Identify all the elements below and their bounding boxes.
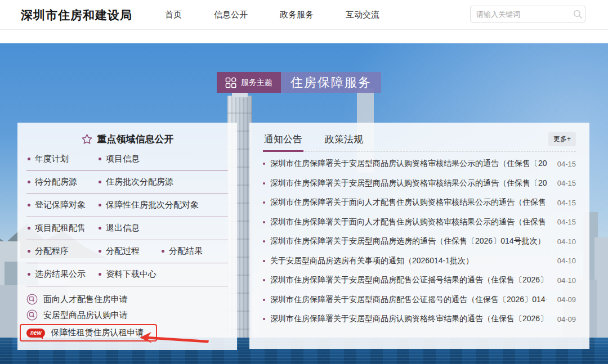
keyword-link[interactable]: 资料下载中心 xyxy=(99,269,157,280)
keyword-link[interactable]: 住房批次分配房源 xyxy=(99,177,173,187)
hero-banner: 服务主题 住房保障服务 重点领域信息公开 年度计划 项目信息 待分配房源 住房批… xyxy=(0,43,608,364)
news-title[interactable]: 深圳市住房保障署关于面向人才配售住房认购资格审核结果公示的通告（住保售〔2026… xyxy=(270,197,547,208)
news-title[interactable]: 深圳市住房保障署关于安居型商品房认购资格终审结果的通告（住保售〔2026〕014… xyxy=(270,314,547,324)
tab-notices[interactable]: 通知公告 xyxy=(263,131,303,152)
keyword-label: 资料下载中心 xyxy=(106,269,157,280)
bullet-icon xyxy=(263,299,265,301)
page: 深圳市住房和建设局 首页 信息公开 政务服务 互动交流 xyxy=(0,0,608,364)
news-date: 04-09 xyxy=(557,315,576,323)
key-info-title: 重点领域信息公开 xyxy=(97,133,174,146)
keyword-link[interactable]: 保障性住房批次分配对象 xyxy=(99,200,199,210)
bullet-icon xyxy=(99,158,101,160)
main-nav: 首页 信息公开 政务服务 互动交流 xyxy=(165,10,379,20)
news-list-item[interactable]: 深圳市住房保障署关于安居型商品房配售公证摇号的通告（住保售〔2026〕014号批… xyxy=(263,290,576,310)
bullet-icon xyxy=(263,182,265,185)
keyword-link[interactable]: 年度计划 xyxy=(28,154,96,164)
apply-link-label: 保障性租赁住房认租申请 xyxy=(51,327,144,338)
service-theme-label: 服务主题 xyxy=(241,78,272,88)
bullet-icon xyxy=(28,273,30,276)
keyword-label: 年度计划 xyxy=(35,154,69,164)
apply-link-label: 安居型商品房认购申请 xyxy=(43,310,128,321)
bullet-icon xyxy=(99,227,101,230)
keyword-label: 住房批次分配房源 xyxy=(106,177,173,187)
nav-item-home[interactable]: 首页 xyxy=(165,10,182,20)
keyword-link[interactable]: 退出信息 xyxy=(99,223,140,233)
keyword-label: 待分配房源 xyxy=(35,177,77,187)
keyword-label: 退出信息 xyxy=(106,223,140,233)
news-list-item[interactable]: 深圳市住房保障署关于安居型商品房认购资格审核结果公示的通告（住保售〔2026〕0… xyxy=(263,154,576,174)
apply-icon xyxy=(26,294,38,305)
keyword-label: 项目配租配售 xyxy=(35,223,86,233)
news-list-item[interactable]: 深圳市住房保障署关于面向人才配售住房认购资格审核结果公示的通告（住保售〔2026… xyxy=(263,193,576,213)
tab-policies[interactable]: 政策法规 xyxy=(324,131,364,152)
news-title[interactable]: 深圳市住房保障署关于面向人才配售住房认购资格审核结果公示的通告（住保售〔2026… xyxy=(270,217,547,227)
keyword-row: 分配程序 分配过程 分配结果 xyxy=(26,240,228,263)
news-title[interactable]: 深圳市住房保障署关于安居型商品房选房的通告（住保售〔2026〕014号批次） xyxy=(270,236,547,246)
nav-item-gov-services[interactable]: 政务服务 xyxy=(280,10,314,20)
keyword-label: 分配结果 xyxy=(169,246,203,257)
apply-link-affordable-housing[interactable]: 安居型商品房认购申请 xyxy=(26,307,228,323)
nav-item-interaction[interactable]: 互动交流 xyxy=(346,10,379,20)
bullet-icon xyxy=(28,227,30,230)
more-button[interactable]: 更多+ xyxy=(548,132,576,146)
keyword-label: 分配程序 xyxy=(35,246,69,257)
keyword-link[interactable]: 项目配租配售 xyxy=(28,223,96,233)
apply-link-label: 面向人才配售住房申请 xyxy=(43,294,128,305)
bullet-icon xyxy=(162,250,164,253)
news-title[interactable]: 关于安居型商品房选房有关事项的通知（2026014-1批次） xyxy=(270,256,547,266)
news-list-item[interactable]: 深圳市住房保障署关于安居型商品房认购资格审核结果公示的通告（住保售〔2026〕0… xyxy=(263,174,576,194)
bullet-icon xyxy=(99,250,101,253)
keyword-link[interactable]: 登记保障对象 xyxy=(28,200,96,210)
news-list-item[interactable]: 关于安居型商品房选房有关事项的通知（2026014-1批次）04-10 xyxy=(263,251,576,271)
news-list-item[interactable]: 深圳市住房保障署关于安居型商品房配售公证摇号结果的通告（住保售〔2026〕014… xyxy=(263,271,576,290)
search-box xyxy=(470,6,585,23)
news-list-item[interactable]: 深圳市住房保障署关于面向人才配售住房认购资格审核结果公示的通告（住保售〔2026… xyxy=(263,213,576,232)
news-list-item[interactable]: 深圳市住房保障署关于安居型商品房认购资格终审结果的通告（住保售〔2026〕014… xyxy=(263,309,576,329)
keyword-label: 分配过程 xyxy=(106,246,140,257)
news-title[interactable]: 深圳市住房保障署关于安居型商品房配售公证摇号的通告（住保售〔2026〕014号批… xyxy=(270,295,547,305)
annotation-arrow-icon xyxy=(138,331,211,349)
new-badge: new xyxy=(26,329,45,338)
bullet-icon xyxy=(28,204,30,206)
highlight-box: new 保障性租赁住房认租申请 xyxy=(20,324,157,341)
news-title[interactable]: 深圳市住房保障署关于安居型商品房认购资格审核结果公示的通告（住保售〔2026〕0… xyxy=(270,178,547,188)
search-icon[interactable] xyxy=(570,7,585,21)
site-header: 深圳市住房和建设局 首页 信息公开 政务服务 互动交流 xyxy=(0,0,608,30)
news-list-item[interactable]: 深圳市住房保障署关于安居型商品房选房的通告（住保售〔2026〕014号批次）04… xyxy=(263,232,576,251)
search-input[interactable] xyxy=(471,10,570,19)
page-title: 住房保障服务 xyxy=(281,72,381,93)
keyword-row: 项目配租配售 退出信息 xyxy=(26,217,228,240)
news-list: 深圳市住房保障署关于安居型商品房认购资格审核结果公示的通告（住保售〔2026〕0… xyxy=(263,154,576,329)
apply-link-talent-housing[interactable]: 面向人才配售住房申请 xyxy=(26,291,228,307)
key-info-panel: 重点领域信息公开 年度计划 项目信息 待分配房源 住房批次分配房源 登记保障对象… xyxy=(17,123,237,350)
keyword-label: 项目信息 xyxy=(106,154,140,164)
bullet-icon xyxy=(263,279,265,281)
nav-item-info-disclosure[interactable]: 信息公开 xyxy=(214,10,248,20)
news-title[interactable]: 深圳市住房保障署关于安居型商品房配售公证摇号结果的通告（住保售〔2026〕014… xyxy=(270,275,547,285)
keyword-link[interactable]: 项目信息 xyxy=(99,154,140,164)
keyword-row: 年度计划 项目信息 xyxy=(26,148,228,171)
news-date: 04-15 xyxy=(557,160,576,168)
keyword-link[interactable]: 待分配房源 xyxy=(28,177,96,187)
bullet-icon xyxy=(28,158,30,160)
keyword-link[interactable]: 分配结果 xyxy=(162,246,203,257)
keyword-link[interactable]: 分配程序 xyxy=(28,246,96,257)
keyword-link[interactable]: 分配过程 xyxy=(99,246,159,257)
keyword-row: 待分配房源 住房批次分配房源 xyxy=(26,171,228,194)
news-title[interactable]: 深圳市住房保障署关于安居型商品房认购资格审核结果公示的通告（住保售〔2026〕0… xyxy=(270,159,547,169)
grid-icon xyxy=(225,77,236,88)
service-theme-badge: 服务主题 xyxy=(217,72,281,93)
notices-panel: 通知公告 政策法规 更多+ 深圳市住房保障署关于安居型商品房认购资格审核结果公示… xyxy=(249,123,589,349)
news-date: 04-15 xyxy=(557,218,576,226)
bullet-icon xyxy=(28,250,30,253)
bullet-icon xyxy=(99,273,101,276)
site-logo[interactable]: 深圳市住房和建设局 xyxy=(21,7,132,23)
bullet-icon xyxy=(28,181,30,183)
apply-link-rental-housing[interactable]: new 保障性租赁住房认租申请 xyxy=(26,326,144,339)
keyword-link[interactable]: 选房结果公示 xyxy=(28,269,96,280)
bullet-icon xyxy=(263,163,265,165)
keyword-label: 登记保障对象 xyxy=(35,200,86,210)
keyword-label: 保障性住房批次分配对象 xyxy=(106,200,199,210)
bullet-icon xyxy=(263,221,265,223)
bullet-icon xyxy=(99,204,101,206)
